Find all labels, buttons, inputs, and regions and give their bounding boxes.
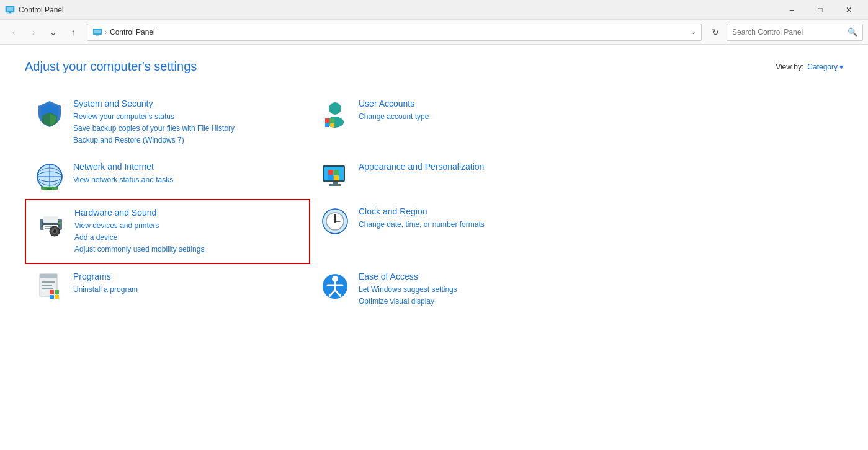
appearance-icon: [320, 162, 350, 192]
category-system-security: System and Security Review your computer…: [25, 91, 310, 154]
network-status-link[interactable]: View network status and tasks: [73, 174, 300, 186]
up-button[interactable]: ↑: [65, 24, 82, 41]
svg-rect-52: [55, 290, 59, 294]
svg-rect-6: [96, 35, 99, 36]
view-by-value-text: Category: [807, 63, 838, 71]
forward-button[interactable]: ›: [25, 24, 42, 41]
user-accounts-info: User Accounts Change account type: [359, 99, 586, 123]
main-content: Adjust your computer's settings View by:…: [0, 45, 868, 450]
svg-rect-12: [330, 123, 334, 127]
hardware-icon: [36, 208, 66, 237]
clock-icon: [320, 206, 350, 236]
network-link[interactable]: Network and Internet: [73, 162, 300, 172]
svg-rect-11: [325, 123, 329, 127]
title-bar-controls: – □ ✕: [777, 0, 863, 20]
svg-rect-25: [328, 175, 333, 180]
address-bar-icon: [92, 27, 102, 37]
address-chevron-icon[interactable]: ⌄: [691, 28, 696, 36]
view-by-label: View by:: [776, 63, 803, 71]
uninstall-link[interactable]: Uninstall a program: [73, 284, 300, 296]
category-user-accounts: User Accounts Change account type: [310, 91, 596, 154]
svg-rect-23: [328, 170, 333, 175]
add-device-link[interactable]: Add a device: [74, 232, 299, 244]
ease-icon: [320, 271, 350, 301]
address-text: Control Panel: [110, 28, 691, 37]
refresh-button[interactable]: ↻: [707, 24, 724, 41]
svg-rect-51: [50, 290, 54, 294]
svg-rect-50: [42, 288, 53, 289]
svg-rect-31: [43, 216, 58, 223]
category-network: Network and Internet View network status…: [25, 154, 310, 199]
title-bar-icon: [5, 5, 15, 15]
svg-rect-28: [329, 184, 341, 186]
system-security-info: System and Security Review your computer…: [73, 99, 300, 147]
svg-rect-53: [50, 295, 54, 299]
categories-grid: System and Security Review your computer…: [25, 91, 596, 315]
change-account-link[interactable]: Change account type: [359, 111, 586, 123]
network-info: Network and Internet View network status…: [73, 162, 300, 186]
minimize-button[interactable]: –: [777, 0, 806, 20]
appearance-link[interactable]: Appearance and Personalization: [359, 162, 586, 172]
view-devices-link[interactable]: View devices and printers: [74, 220, 299, 232]
file-history-link[interactable]: Save backup copies of your files with Fi…: [73, 123, 300, 135]
category-ease: Ease of Access Let Windows suggest setti…: [310, 264, 596, 315]
backup-restore-link[interactable]: Backup and Restore (Windows 7): [73, 135, 300, 146]
svg-rect-9: [325, 118, 329, 123]
svg-rect-54: [55, 295, 59, 299]
close-button[interactable]: ✕: [834, 0, 863, 20]
hardware-link[interactable]: Hardware and Sound: [74, 208, 299, 218]
svg-rect-5: [94, 30, 101, 33]
hardware-info: Hardware and Sound View devices and prin…: [74, 208, 299, 256]
programs-info: Programs Uninstall a program: [73, 271, 300, 296]
page-header: Adjust your computer's settings View by:…: [25, 60, 843, 74]
clock-info: Clock and Region Change date, time, or n…: [359, 206, 586, 231]
network-icon: [35, 162, 65, 192]
svg-point-7: [329, 102, 341, 115]
svg-rect-1: [7, 7, 13, 11]
system-security-icon: [35, 99, 65, 128]
system-security-link[interactable]: System and Security: [73, 99, 300, 108]
svg-rect-26: [334, 175, 339, 180]
search-input[interactable]: [732, 28, 848, 37]
category-appearance: Appearance and Personalization: [310, 154, 596, 199]
ease-info: Ease of Access Let Windows suggest setti…: [359, 271, 586, 307]
address-separator: ›: [105, 28, 107, 37]
page-title: Adjust your computer's settings: [25, 60, 197, 74]
svg-point-35: [58, 222, 61, 224]
user-accounts-icon: [320, 99, 350, 128]
category-programs: Programs Uninstall a program: [25, 264, 310, 315]
svg-rect-27: [333, 182, 338, 184]
maximize-button[interactable]: □: [806, 0, 834, 20]
mobility-settings-link[interactable]: Adjust commonly used mobility settings: [74, 244, 299, 255]
category-hardware: Hardware and Sound View devices and prin…: [25, 199, 310, 265]
svg-rect-2: [9, 12, 11, 14]
category-clock: Clock and Region Change date, time, or n…: [310, 199, 596, 265]
svg-rect-10: [330, 118, 334, 123]
appearance-info: Appearance and Personalization: [359, 162, 586, 174]
search-bar[interactable]: 🔍: [727, 24, 863, 41]
ease-link[interactable]: Ease of Access: [359, 271, 586, 281]
search-icon[interactable]: 🔍: [848, 27, 857, 37]
svg-rect-49: [42, 285, 52, 286]
programs-link[interactable]: Programs: [73, 271, 300, 281]
svg-rect-3: [7, 13, 12, 14]
svg-rect-48: [42, 281, 55, 283]
user-accounts-link[interactable]: User Accounts: [359, 99, 586, 108]
programs-icon: [35, 271, 65, 301]
title-bar-title: Control Panel: [19, 6, 777, 14]
address-bar[interactable]: › Control Panel ⌄: [87, 24, 702, 41]
back-button[interactable]: ‹: [5, 24, 22, 41]
svg-point-39: [53, 229, 54, 231]
review-status-link[interactable]: Review your computer's status: [73, 111, 300, 123]
title-bar: Control Panel – □ ✕: [0, 0, 868, 20]
clock-link[interactable]: Clock and Region: [359, 206, 586, 216]
date-time-link[interactable]: Change date, time, or number formats: [359, 219, 586, 231]
dropdown-button[interactable]: ⌄: [45, 24, 62, 41]
suggest-settings-link[interactable]: Let Windows suggest settings: [359, 284, 586, 296]
visual-display-link[interactable]: Optimize visual display: [359, 296, 586, 307]
svg-rect-20: [47, 188, 52, 190]
view-by-chevron-icon: ▾: [839, 63, 843, 71]
nav-bar: ‹ › ⌄ ↑ › Control Panel ⌄ ↻ 🔍: [0, 20, 868, 45]
svg-rect-47: [40, 274, 57, 278]
view-by-value[interactable]: Category ▾: [807, 63, 843, 71]
